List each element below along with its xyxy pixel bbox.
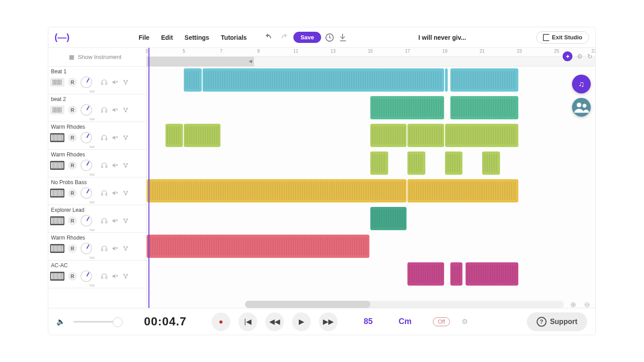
master-volume-icon[interactable]: 🔈: [56, 317, 65, 326]
blue-clip[interactable]: [450, 68, 518, 92]
save-button[interactable]: Save: [293, 32, 321, 43]
blue-clip[interactable]: [445, 68, 448, 92]
track-header[interactable]: Beat 1 R Vol: [48, 67, 146, 94]
timeline[interactable]: 3579111315171921232527 ✦ ⚙ ↻ ♫ ⊕: [147, 48, 595, 308]
time-display[interactable]: 00:04.7: [144, 315, 186, 328]
menu-edit[interactable]: Edit: [161, 34, 173, 41]
headphones-icon[interactable]: [101, 79, 108, 86]
project-title[interactable]: I will never giv...: [419, 34, 466, 41]
headphones-icon[interactable]: [101, 217, 108, 224]
volume-knob[interactable]: [80, 243, 92, 254]
olive-clip[interactable]: [184, 124, 220, 147]
headphones-icon[interactable]: [101, 189, 108, 197]
headphones-icon[interactable]: [101, 162, 108, 169]
volume-knob[interactable]: [80, 132, 92, 143]
fx-icon[interactable]: [122, 273, 129, 280]
keyboard-icon[interactable]: [50, 272, 64, 281]
yellow-clip[interactable]: [147, 179, 407, 202]
green-clip[interactable]: [370, 96, 444, 119]
olive-clip[interactable]: [482, 152, 500, 175]
mute-icon[interactable]: [111, 189, 119, 197]
app-logo[interactable]: (—): [55, 32, 72, 42]
volume-knob[interactable]: [80, 160, 92, 171]
volume-knob[interactable]: [80, 104, 92, 116]
headphones-icon[interactable]: [101, 245, 108, 252]
volume-knob[interactable]: [80, 187, 92, 199]
mute-icon[interactable]: [111, 134, 119, 141]
yellow-clip[interactable]: [407, 179, 518, 202]
mute-icon[interactable]: [111, 217, 119, 224]
keyboard-icon[interactable]: [50, 189, 64, 198]
record-arm-button[interactable]: R: [68, 216, 77, 225]
olive-clip[interactable]: [407, 152, 425, 175]
horizontal-scrollbar-thumb[interactable]: [245, 301, 370, 308]
playhead[interactable]: [148, 48, 149, 308]
olive-clip[interactable]: [445, 152, 463, 175]
volume-knob[interactable]: [80, 270, 92, 282]
fx-icon[interactable]: [122, 245, 129, 252]
track-header[interactable]: Warm Rhodes R Vol: [48, 150, 146, 177]
metronome-toggle[interactable]: Off: [433, 317, 450, 326]
olive-clip[interactable]: [370, 124, 407, 147]
history-icon[interactable]: [325, 33, 335, 42]
overview-handle[interactable]: [147, 57, 254, 67]
record-arm-button[interactable]: R: [68, 105, 77, 114]
collaborate-fab[interactable]: [572, 98, 591, 117]
mute-icon[interactable]: [111, 245, 119, 252]
fx-icon[interactable]: [122, 134, 129, 141]
mute-icon[interactable]: [111, 106, 119, 114]
show-instrument-toggle[interactable]: ▦ Show Instrument: [48, 48, 146, 67]
timeline-settings-icon[interactable]: ⚙: [577, 53, 583, 60]
mag-clip[interactable]: [466, 262, 519, 286]
menu-settings[interactable]: Settings: [185, 34, 209, 41]
undo-icon[interactable]: [263, 33, 273, 42]
overview-scrollbar[interactable]: [147, 57, 595, 67]
headphones-icon[interactable]: [101, 134, 108, 141]
volume-knob[interactable]: [80, 76, 92, 88]
horizontal-scrollbar[interactable]: [245, 301, 564, 308]
blue-clip[interactable]: [203, 68, 444, 92]
track-header[interactable]: No Probs Bass R Vol: [48, 177, 146, 205]
play-button[interactable]: ▶: [292, 312, 311, 331]
support-button[interactable]: Support: [527, 312, 587, 331]
headphones-icon[interactable]: [101, 106, 108, 114]
record-arm-button[interactable]: R: [68, 272, 77, 281]
teal-clip[interactable]: [370, 207, 407, 230]
library-fab[interactable]: ♫: [572, 75, 591, 93]
volume-knob[interactable]: [80, 215, 92, 227]
record-arm-button[interactable]: R: [68, 78, 77, 87]
olive-clip[interactable]: [370, 152, 388, 175]
keyboard-icon[interactable]: [50, 244, 64, 253]
olive-clip[interactable]: [165, 124, 183, 147]
red-clip[interactable]: [147, 235, 369, 258]
fast-forward-button[interactable]: ▶▶: [319, 312, 338, 331]
clip-area[interactable]: [147, 67, 595, 308]
track-header[interactable]: Warm Rhodes R Vol: [48, 233, 146, 261]
loop-icon[interactable]: ↻: [587, 53, 593, 60]
key-display[interactable]: Cm: [398, 317, 411, 326]
bar-ruler[interactable]: 3579111315171921232527: [147, 48, 595, 57]
waveform-icon[interactable]: [50, 78, 64, 87]
green-clip[interactable]: [450, 96, 518, 119]
menu-file[interactable]: File: [139, 34, 149, 41]
zoom-in-icon[interactable]: ⊕: [570, 300, 576, 308]
olive-clip[interactable]: [407, 124, 444, 147]
record-button[interactable]: ●: [212, 312, 230, 331]
record-arm-button[interactable]: R: [68, 133, 77, 142]
headphones-icon[interactable]: [101, 273, 108, 280]
waveform-icon[interactable]: [50, 105, 64, 114]
blue-clip[interactable]: [184, 68, 202, 92]
track-header[interactable]: Explorer Lead R Vol: [48, 205, 146, 233]
redo-icon[interactable]: [280, 33, 290, 42]
fx-icon[interactable]: [122, 162, 129, 169]
menu-tutorials[interactable]: Tutorials: [221, 34, 247, 41]
download-icon[interactable]: [338, 33, 348, 42]
tempo-display[interactable]: 85: [364, 317, 373, 326]
track-header[interactable]: beat 2 R Vol: [48, 94, 146, 122]
add-track-icon[interactable]: ✦: [563, 51, 572, 61]
keyboard-icon[interactable]: [50, 216, 64, 225]
mute-icon[interactable]: [111, 79, 119, 86]
master-volume-slider[interactable]: [73, 321, 123, 323]
exit-studio-button[interactable]: Exit Studio: [536, 31, 589, 44]
keyboard-icon[interactable]: [50, 161, 64, 170]
